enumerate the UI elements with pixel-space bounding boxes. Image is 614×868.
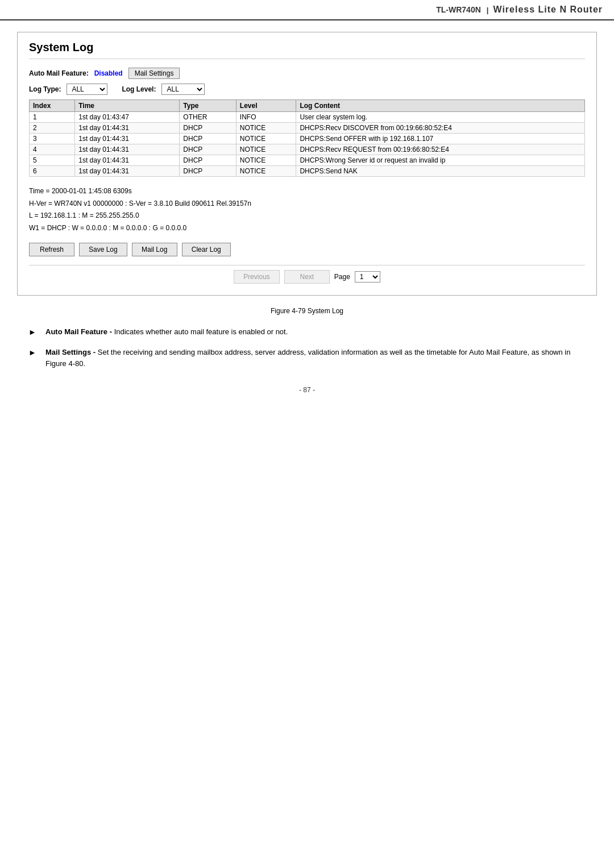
bullet-arrow-2: ► [28, 347, 40, 369]
col-level: Level [236, 100, 296, 112]
bullet-text-2: Mail Settings - Set the receiving and se… [45, 347, 586, 369]
save-log-button[interactable]: Save Log [79, 243, 127, 256]
header-separator: | [487, 6, 489, 14]
cell-type: DHCP [180, 123, 237, 134]
cell-level: NOTICE [236, 155, 296, 166]
table-row: 1 1st day 01:43:47 OTHER INFO User clear… [30, 112, 585, 123]
bullet-desc-1: Indicates whether auto mail feature is e… [114, 327, 288, 336]
clear-log-button[interactable]: Clear Log [182, 243, 231, 256]
bullet-arrow-1: ► [28, 326, 40, 338]
bullet-desc-2: Set the receiving and sending mailbox ad… [45, 348, 570, 368]
page-label: Page [334, 273, 350, 281]
next-button: Next [284, 270, 330, 284]
cell-level: INFO [236, 112, 296, 123]
bullet-term-1: Auto Mail Feature - [45, 327, 112, 336]
cell-content: DHCPS:Send OFFER with ip 192.168.1.107 [296, 134, 585, 144]
system-time: Time = 2000-01-01 1:45:08 6309s [29, 185, 585, 198]
mail-log-button[interactable]: Mail Log [132, 243, 177, 256]
cell-index: 1 [30, 112, 75, 123]
cell-content: DHCPS:Send NAK [296, 166, 585, 177]
cell-type: DHCP [180, 144, 237, 155]
table-row: 5 1st day 01:44:31 DHCP NOTICE DHCPS:Wro… [30, 155, 585, 166]
device-model: TL-WR740N [436, 5, 481, 14]
bullet-mail-settings: ► Mail Settings - Set the receiving and … [28, 347, 586, 369]
table-row: 4 1st day 01:44:31 DHCP NOTICE DHCPS:Rec… [30, 144, 585, 155]
cell-type: OTHER [180, 112, 237, 123]
col-index: Index [30, 100, 75, 112]
cell-content: DHCPS:Wrong Server id or request an inva… [296, 155, 585, 166]
cell-time: 1st day 01:43:47 [75, 112, 180, 123]
system-log-panel: System Log Auto Mail Feature: Disabled M… [17, 32, 597, 296]
cell-time: 1st day 01:44:31 [75, 144, 180, 155]
page-number: - 87 - [17, 386, 597, 394]
table-row: 2 1st day 01:44:31 DHCP NOTICE DHCPS:Rec… [30, 123, 585, 134]
log-level-select[interactable]: ALL NOTICE INFO [161, 84, 205, 95]
previous-button: Previous [234, 270, 280, 284]
log-filter-row: Log Type: ALL DHCP OTHER Log Level: ALL … [29, 84, 585, 95]
bullet-section: ► Auto Mail Feature - Indicates whether … [17, 326, 597, 369]
cell-type: DHCP [180, 155, 237, 166]
log-table: Index Time Type Level Log Content 1 1st … [29, 99, 585, 177]
refresh-button[interactable]: Refresh [29, 243, 74, 256]
cell-index: 4 [30, 144, 75, 155]
cell-type: DHCP [180, 134, 237, 144]
log-type-label: Log Type: [29, 85, 61, 93]
cell-time: 1st day 01:44:31 [75, 155, 180, 166]
cell-level: NOTICE [236, 166, 296, 177]
cell-time: 1st day 01:44:31 [75, 123, 180, 134]
figure-caption: Figure 4-79 System Log [17, 307, 597, 315]
table-header-row: Index Time Type Level Log Content [30, 100, 585, 112]
bullet-auto-mail: ► Auto Mail Feature - Indicates whether … [28, 326, 586, 338]
cell-level: NOTICE [236, 144, 296, 155]
log-type-select[interactable]: ALL DHCP OTHER [67, 84, 107, 95]
bullet-text-1: Auto Mail Feature - Indicates whether au… [45, 326, 288, 338]
cell-index: 2 [30, 123, 75, 134]
cell-type: DHCP [180, 166, 237, 177]
device-product: Wireless Lite N Router [493, 5, 603, 15]
page-select[interactable]: 1 [355, 271, 380, 283]
cell-index: 3 [30, 134, 75, 144]
cell-content: User clear system log. [296, 112, 585, 123]
cell-content: DHCPS:Recv DISCOVER from 00:19:66:80:52:… [296, 123, 585, 134]
cell-content: DHCPS:Recv REQUEST from 00:19:66:80:52:E… [296, 144, 585, 155]
cell-index: 5 [30, 155, 75, 166]
system-lan: L = 192.168.1.1 : M = 255.255.255.0 [29, 210, 585, 222]
col-time: Time [75, 100, 180, 112]
cell-level: NOTICE [236, 123, 296, 134]
auto-mail-status: Disabled [94, 69, 123, 77]
main-content: System Log Auto Mail Feature: Disabled M… [0, 20, 614, 405]
col-content: Log Content [296, 100, 585, 112]
cell-level: NOTICE [236, 134, 296, 144]
auto-mail-feature-label: Auto Mail Feature: [29, 69, 89, 77]
panel-title: System Log [29, 41, 585, 59]
action-buttons: Refresh Save Log Mail Log Clear Log [29, 243, 585, 256]
col-type: Type [180, 100, 237, 112]
bullet-term-2: Mail Settings - [45, 348, 96, 356]
table-row: 6 1st day 01:44:31 DHCP NOTICE DHCPS:Sen… [30, 166, 585, 177]
page-header: TL-WR740N | Wireless Lite N Router [0, 0, 614, 20]
mail-settings-button[interactable]: Mail Settings [128, 68, 180, 79]
auto-mail-feature-row: Auto Mail Feature: Disabled Mail Setting… [29, 68, 585, 79]
system-hver: H-Ver = WR740N v1 00000000 : S-Ver = 3.8… [29, 198, 585, 210]
pagination-row: Previous Next Page 1 [29, 265, 585, 284]
system-info: Time = 2000-01-01 1:45:08 6309s H-Ver = … [29, 185, 585, 234]
table-row: 3 1st day 01:44:31 DHCP NOTICE DHCPS:Sen… [30, 134, 585, 144]
log-level-label: Log Level: [122, 85, 156, 93]
cell-time: 1st day 01:44:31 [75, 166, 180, 177]
cell-index: 6 [30, 166, 75, 177]
system-wan: W1 = DHCP : W = 0.0.0.0 : M = 0.0.0.0 : … [29, 222, 585, 235]
cell-time: 1st day 01:44:31 [75, 134, 180, 144]
